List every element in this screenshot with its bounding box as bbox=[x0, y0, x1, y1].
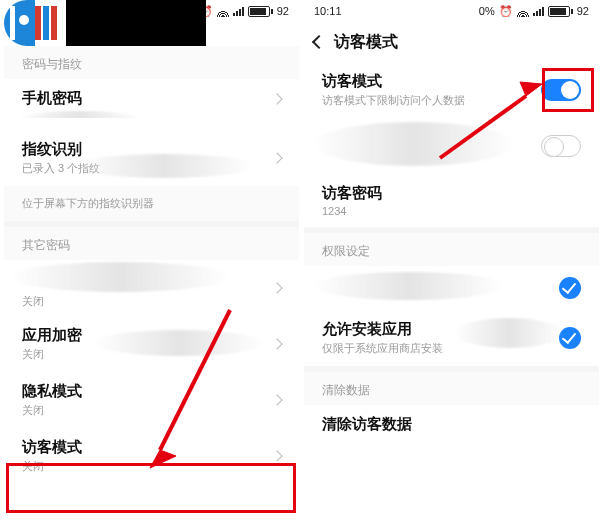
row-title: 允许安装应用 bbox=[322, 320, 443, 339]
row-title: 应用加密 bbox=[22, 326, 82, 345]
hint-text: 位于屏幕下方的指纹识别器 bbox=[22, 196, 154, 211]
fingerprint-sensor-hint: 位于屏幕下方的指纹识别器 bbox=[4, 186, 299, 221]
wifi-icon bbox=[217, 5, 229, 17]
battery-icon bbox=[248, 6, 273, 17]
signal-icon bbox=[233, 7, 244, 16]
row-permission-redacted[interactable] bbox=[304, 266, 599, 310]
row-clear-guest-data[interactable]: 清除访客数据 bbox=[304, 405, 599, 444]
row-redacted[interactable] bbox=[304, 118, 599, 174]
page-title: 访客模式 bbox=[334, 32, 398, 53]
row-guest-mode-toggle[interactable]: 访客模式 访客模式下限制访问个人数据 bbox=[304, 62, 599, 118]
watermark-logo bbox=[4, 0, 66, 46]
secondary-switch[interactable] bbox=[541, 135, 581, 157]
row-redacted[interactable]: 关闭 bbox=[4, 260, 299, 316]
check-icon[interactable] bbox=[559, 327, 581, 349]
status-bar: 10:11 0% ⏰ 92 bbox=[304, 0, 599, 22]
section-header-other-passwords: 其它密码 bbox=[4, 227, 299, 260]
wifi-icon bbox=[517, 5, 529, 17]
redaction-bar bbox=[66, 0, 206, 22]
row-subtitle: 1234 bbox=[322, 205, 382, 217]
redaction-bar bbox=[66, 22, 206, 46]
status-time: 10:11 bbox=[314, 5, 342, 17]
row-title: 访客模式 bbox=[322, 72, 465, 91]
chevron-right-icon bbox=[271, 93, 282, 104]
row-title: 访客模式 bbox=[22, 438, 82, 457]
section-header-permissions: 权限设定 bbox=[304, 233, 599, 266]
row-title: 手机密码 bbox=[22, 89, 82, 108]
chevron-right-icon bbox=[271, 450, 282, 461]
row-subtitle: 关闭 bbox=[22, 459, 82, 474]
status-percent-small: 0% bbox=[479, 5, 495, 17]
row-allow-install[interactable]: 允许安装应用 仅限于系统应用商店安装 bbox=[304, 310, 599, 366]
battery-percent: 92 bbox=[577, 5, 589, 17]
left-screenshot: ⏰ 92 密码与指纹 手机密码 指纹识别 已录入 3 个指纹 位于屏幕下方的指纹… bbox=[4, 0, 299, 520]
row-title: 隐私模式 bbox=[22, 382, 82, 401]
right-screenshot: 10:11 0% ⏰ 92 访客模式 访客模式 访客模式下限制访问个人数据 bbox=[304, 0, 599, 520]
battery-percent: 92 bbox=[277, 5, 289, 17]
check-icon[interactable] bbox=[559, 277, 581, 299]
section-header-password-fingerprint: 密码与指纹 bbox=[4, 46, 299, 79]
row-subtitle: 已录入 3 个指纹 bbox=[22, 161, 100, 176]
row-subtitle: 关闭 bbox=[22, 294, 44, 309]
signal-icon bbox=[533, 7, 544, 16]
chevron-right-icon bbox=[271, 394, 282, 405]
row-title: 指纹识别 bbox=[22, 140, 100, 159]
chevron-right-icon bbox=[271, 338, 282, 349]
row-private-mode[interactable]: 隐私模式 关闭 bbox=[4, 372, 299, 428]
row-app-encryption[interactable]: 应用加密 关闭 bbox=[4, 316, 299, 372]
battery-icon bbox=[548, 6, 573, 17]
row-subtitle: 关闭 bbox=[22, 347, 82, 362]
row-subtitle: 访客模式下限制访问个人数据 bbox=[322, 93, 465, 108]
row-subtitle: 关闭 bbox=[22, 403, 82, 418]
row-title: 清除访客数据 bbox=[322, 415, 412, 434]
chevron-right-icon bbox=[271, 282, 282, 293]
back-icon[interactable] bbox=[312, 35, 326, 49]
row-fingerprint[interactable]: 指纹识别 已录入 3 个指纹 bbox=[4, 118, 299, 186]
section-header-clear-data: 清除数据 bbox=[304, 372, 599, 405]
row-title: 访客密码 bbox=[322, 184, 382, 203]
title-bar: 访客模式 bbox=[304, 22, 599, 62]
row-phone-password[interactable]: 手机密码 bbox=[4, 79, 299, 118]
guest-mode-switch[interactable] bbox=[541, 79, 581, 101]
row-subtitle: 仅限于系统应用商店安装 bbox=[322, 341, 443, 356]
chevron-right-icon bbox=[271, 152, 282, 163]
row-guest-password[interactable]: 访客密码 1234 bbox=[304, 174, 599, 227]
alarm-icon: ⏰ bbox=[499, 5, 513, 18]
row-guest-mode[interactable]: 访客模式 关闭 bbox=[4, 428, 299, 484]
